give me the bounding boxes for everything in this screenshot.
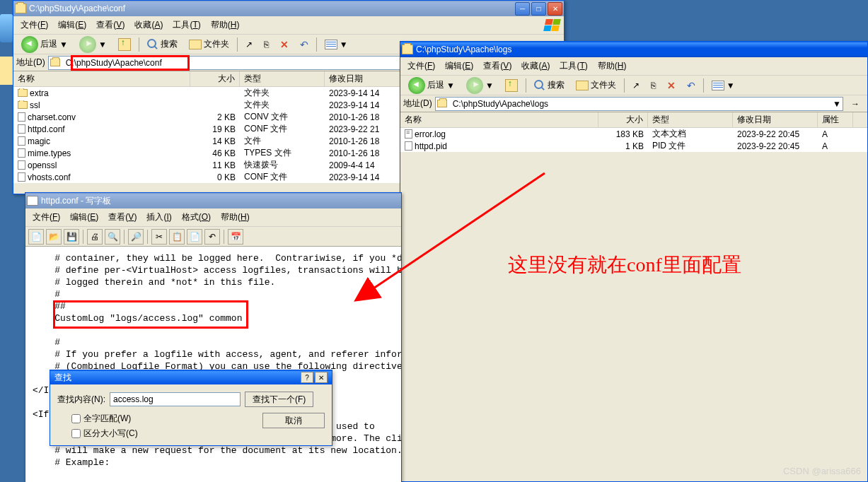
undo-button[interactable]: ↶ [295,37,313,52]
back-button[interactable]: 后退 ▼ [403,75,460,96]
forward-button[interactable]: ▼ [74,34,112,55]
print-button[interactable]: 🖨 [87,229,103,245]
up-button[interactable] [113,36,136,53]
windows-logo [541,18,562,32]
file-icon [18,148,25,158]
undo-button[interactable]: ↶ [204,229,220,245]
help-button[interactable]: ? [301,372,313,383]
up-button[interactable] [500,77,523,94]
file-icon [18,136,25,146]
menu-item[interactable]: 帮助(H) [207,18,244,33]
copy-button[interactable]: 📋 [169,229,185,245]
titlebar[interactable]: C:\phpStudy\Apache\logs [400,42,867,57]
window-title: httpd.conf - 写字板 [41,195,400,207]
new-button[interactable]: 📄 [28,229,44,245]
file-list-header[interactable]: 名称 大小 类型 修改日期 属性 [400,112,867,128]
menu-item[interactable]: 文件(F) [16,18,52,33]
folder-icon [402,45,413,54]
find-label: 查找内容(N): [57,394,105,406]
menubar: 文件(F)编辑(E)查看(V)收藏(A)工具(T)帮助(H) [13,16,564,35]
close-button[interactable]: ✕ [315,372,328,383]
folders-button[interactable]: 文件夹 [184,36,234,52]
menu-item[interactable]: 编辑(E) [66,210,103,225]
toolbar: 后退 ▼ ▼ 搜索 文件夹 ↗ ⎘ ✕ ↶ ▼ [400,76,867,95]
menu-item[interactable]: 帮助(H) [594,59,631,74]
file-icon [18,112,25,122]
desktop-icons [0,0,14,482]
menu-item[interactable]: 帮助(H) [216,210,254,225]
window-title: C:\phpStudy\Apache\conf [29,4,515,13]
menu-item[interactable]: 文件(F) [28,210,64,225]
folder-icon [18,101,28,109]
cancel-button[interactable]: 取消 [262,413,325,428]
folder-icon [15,4,26,13]
file-list: 名称 大小 类型 修改日期 属性 error.log183 KB文本文档2023… [400,112,867,152]
delete-button[interactable]: ✕ [275,37,294,52]
menu-item[interactable]: 收藏(A) [130,18,167,33]
cut-button[interactable]: ✂ [151,229,167,245]
views-button[interactable]: ▼ [320,37,353,52]
document-icon [27,196,38,206]
menu-item[interactable]: 格式(O) [178,210,215,225]
menu-item[interactable]: 查看(V) [479,59,516,74]
window-title: C:\phpStudy\Apache\logs [416,45,866,54]
back-button[interactable]: 后退 ▼ [16,34,73,55]
views-button[interactable]: ▼ [707,78,740,93]
find-dialog: 查找 ? ✕ 查找内容(N): 查找下一个(F) 全字匹配(W) 区分大小写(C… [50,370,332,446]
dialog-title-text: 查找 [54,372,71,384]
folder-icon [18,89,28,97]
go-button[interactable]: → [846,97,864,111]
folders-button[interactable]: 文件夹 [571,77,621,93]
menubar: 文件(F)编辑(E)查看(V)收藏(A)工具(T)帮助(H) [400,57,867,76]
minimize-button[interactable]: ─ [515,2,530,16]
match-case-checkbox[interactable] [71,429,81,438]
file-icon [18,172,25,182]
save-button[interactable]: 💾 [64,229,79,245]
move-button[interactable]: ↗ [627,78,644,93]
explorer-window-logs: C:\phpStudy\Apache\logs 文件(F)编辑(E)查看(V)收… [400,41,868,482]
file-icon [18,124,25,134]
log-icon [405,129,412,139]
menu-item[interactable]: 编辑(E) [54,18,91,33]
address-input[interactable]: C:\phpStudy\Apache\logs ▼ [435,97,843,111]
find-input[interactable] [110,392,241,406]
address-label: 地址(D) [403,98,432,110]
file-row[interactable]: error.log183 KB文本文档2023-9-22 20:45A [400,128,867,140]
paste-button[interactable]: 📄 [187,229,202,245]
move-button[interactable]: ↗ [241,37,257,52]
file-icon [18,160,25,170]
dialog-titlebar[interactable]: 查找 ? ✕ [50,370,332,384]
search-button[interactable]: 搜索 [142,36,183,52]
menu-item[interactable]: 查看(V) [104,210,141,225]
open-button[interactable]: 📂 [46,229,62,245]
menu-item[interactable]: 编辑(E) [441,59,478,74]
menu-item[interactable]: 插入(I) [142,210,175,225]
menu-item[interactable]: 工具(T) [168,18,204,33]
folder-icon [50,59,60,66]
preview-button[interactable]: 🔍 [105,229,120,245]
menu-item[interactable]: 收藏(A) [517,59,554,74]
find-next-button[interactable]: 查找下一个(F) [245,392,313,407]
copy-button[interactable]: ⎘ [259,37,274,52]
address-label: 地址(D) [16,57,45,69]
whole-word-checkbox[interactable] [71,414,81,423]
search-button[interactable]: 搜索 [529,77,569,93]
folder-icon [437,100,447,107]
titlebar[interactable]: C:\phpStudy\Apache\conf ─ □ ✕ [13,1,564,16]
menubar: 文件(F)编辑(E)查看(V)插入(I)格式(O)帮助(H) [25,208,401,227]
close-button[interactable]: ✕ [548,2,562,16]
maximize-button[interactable]: □ [531,2,546,16]
file-row[interactable]: httpd.pid1 KBPID 文件2023-9-22 20:45A [400,140,867,152]
undo-button[interactable]: ↶ [682,78,700,93]
find-button[interactable]: 🔎 [128,229,144,245]
menu-item[interactable]: 工具(T) [555,59,591,74]
watermark: CSDN @arissa666 [783,466,861,476]
copy-button[interactable]: ⎘ [646,78,661,93]
date-button[interactable]: 📅 [228,229,243,245]
menu-item[interactable]: 文件(F) [403,59,439,74]
forward-button[interactable]: ▼ [461,75,499,96]
file-icon [405,141,412,151]
titlebar[interactable]: httpd.conf - 写字板 [25,193,401,208]
delete-button[interactable]: ✕ [662,78,681,93]
menu-item[interactable]: 查看(V) [92,18,129,33]
